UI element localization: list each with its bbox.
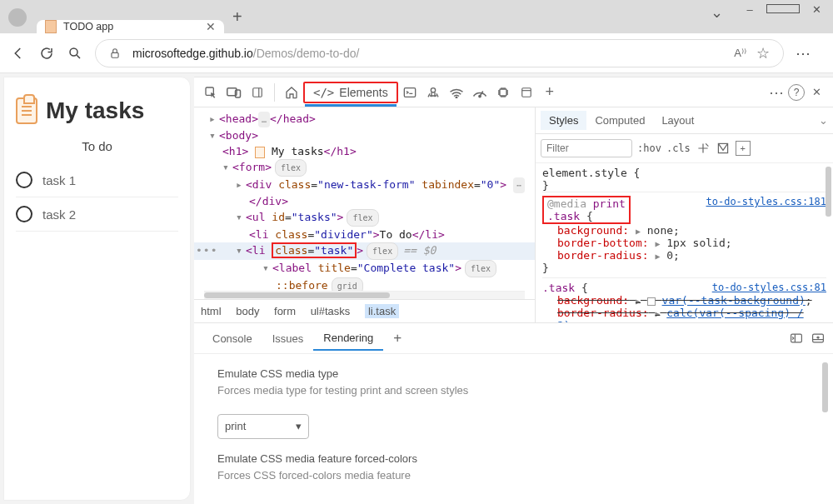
svg-rect-15 (791, 334, 802, 342)
window-controls: ⌄ – ✕ (700, 0, 833, 22)
svg-point-8 (431, 87, 435, 92)
rendering-option-desc: Forces CSS forced-colors media feature (217, 467, 810, 484)
browser-tab[interactable]: TODO app ✕ (37, 20, 224, 33)
common-rendering-icon[interactable] (716, 141, 731, 156)
task-item[interactable]: task 1 (16, 163, 178, 197)
styles-filter-row: :hov .cls + (536, 134, 833, 163)
clipboard-icon (16, 97, 37, 124)
styles-filter-input[interactable] (541, 139, 632, 157)
back-button[interactable] (10, 45, 27, 62)
rendering-option-desc: Forces media type for testing print and … (217, 382, 810, 399)
profile-icon[interactable] (8, 8, 27, 27)
minimize-button[interactable]: – (733, 3, 766, 22)
drawer-tabs: Console Issues Rendering + (194, 323, 833, 354)
tab-layout[interactable]: Layout (653, 111, 702, 130)
rendering-panel: Emulate CSS media type Forces media type… (194, 354, 833, 504)
inspect-icon[interactable] (199, 81, 222, 104)
styles-pane: Styles Computed Layout ⌄ :hov .cls + ele… (536, 107, 833, 322)
maximize-button[interactable] (766, 3, 800, 22)
drawer-tab-issues[interactable]: Issues (262, 327, 314, 350)
devtools-menu-button[interactable]: ⋯ (765, 81, 788, 104)
caret-down-icon[interactable]: ⌄ (700, 3, 733, 22)
breadcrumb-item[interactable]: ul#tasks (311, 305, 351, 317)
svg-rect-5 (253, 87, 262, 97)
content: My tasks To do task 1 task 2 (0, 73, 833, 504)
dom-breadcrumb: html body form ul#tasks li.task (194, 299, 535, 322)
sources-icon[interactable] (421, 81, 445, 104)
browser-menu-button[interactable]: ⋯ (796, 44, 811, 62)
section-title: To do (16, 139, 178, 153)
url-box[interactable]: microsoftedge.github.io/Demos/demo-to-do… (95, 39, 784, 67)
selected-dom-node[interactable]: ••• ▾<li class="task">flex== $0 (194, 242, 535, 260)
radio-icon[interactable] (16, 172, 32, 188)
network-icon[interactable] (445, 81, 468, 104)
url-text: microsoftedge.github.io/Demos/demo-to-do… (132, 47, 359, 60)
svg-rect-7 (404, 87, 415, 97)
drawer-add-tab[interactable]: + (383, 325, 412, 352)
breadcrumb-item-selected[interactable]: li.task (365, 304, 399, 318)
lock-icon (109, 47, 121, 60)
application-icon[interactable] (515, 81, 538, 104)
new-style-rule-icon[interactable] (696, 141, 711, 156)
help-icon[interactable]: ? (788, 84, 805, 101)
console-icon[interactable] (398, 81, 421, 104)
page-heading-text: My tasks (46, 97, 144, 124)
elements-tab-label: Elements (339, 86, 387, 99)
close-window-button[interactable]: ✕ (800, 3, 833, 22)
media-type-select[interactable]: print ▾ (217, 414, 309, 439)
page-heading: My tasks (16, 97, 178, 124)
drawer-tab-console[interactable]: Console (202, 327, 262, 350)
radio-icon[interactable] (16, 206, 32, 222)
task-label: task 1 (42, 173, 76, 187)
drawer-tab-rendering[interactable]: Rendering (313, 327, 383, 351)
vertical-scrollbar[interactable] (826, 167, 831, 319)
chevron-down-icon[interactable]: ⌄ (819, 114, 828, 127)
dom-pane: ▸<head>…</head> ▾<body> <h1> My tasks</h… (194, 107, 536, 322)
stylesheet-link[interactable]: to-do-styles.css:81 (712, 282, 826, 293)
memory-icon[interactable] (491, 81, 515, 104)
read-aloud-icon[interactable]: A⁾⁾ (734, 47, 746, 59)
tab-close-icon[interactable]: ✕ (206, 20, 216, 33)
tab-computed[interactable]: Computed (586, 111, 653, 130)
hov-toggle[interactable]: :hov (637, 142, 661, 154)
cls-toggle[interactable]: .cls (666, 142, 691, 154)
breadcrumb-item[interactable]: body (236, 305, 259, 317)
performance-icon[interactable] (468, 81, 491, 104)
more-tabs-button[interactable]: + (538, 81, 561, 104)
favorite-star-icon[interactable]: ☆ (756, 44, 770, 62)
svg-rect-1 (112, 52, 118, 57)
dock-icon[interactable] (246, 81, 269, 104)
code-icon: </> (313, 86, 334, 99)
search-icon[interactable] (67, 45, 83, 62)
address-bar: microsoftedge.github.io/Demos/demo-to-do… (0, 33, 833, 73)
devtools-close-button[interactable]: ✕ (805, 81, 828, 104)
svg-rect-12 (521, 87, 531, 97)
chevron-down-icon: ▾ (296, 418, 302, 435)
device-toggle-icon[interactable] (222, 81, 246, 104)
refresh-button[interactable] (38, 45, 55, 62)
task-item[interactable]: task 2 (16, 197, 178, 232)
stylesheet-link[interactable]: to-do-styles.css:181 (706, 196, 827, 207)
expand-drawer-icon[interactable] (790, 332, 803, 344)
horizontal-scrollbar[interactable] (204, 291, 525, 299)
svg-point-9 (456, 97, 457, 98)
computed-toggle-icon[interactable]: + (736, 141, 751, 156)
rendered-page: My tasks To do task 1 task 2 (3, 77, 191, 501)
breadcrumb-item[interactable]: html (201, 305, 222, 317)
tab-styles[interactable]: Styles (541, 111, 586, 130)
tab-favicon (45, 20, 57, 33)
dom-tree[interactable]: ▸<head>…</head> ▾<body> <h1> My tasks</h… (194, 107, 535, 291)
task-label: task 2 (42, 207, 76, 222)
gutter-actions-icon[interactable]: ••• (196, 242, 217, 258)
svg-rect-11 (500, 89, 506, 96)
elements-tab[interactable]: </> Elements (303, 82, 398, 103)
styles-body[interactable]: element.style { } @media print.task { to… (536, 163, 833, 322)
devtools-toolbar: </> Elements + ⋯ (194, 77, 833, 107)
dock-drawer-icon[interactable] (811, 332, 825, 344)
breadcrumb-item[interactable]: form (274, 305, 296, 317)
rendering-option-title: Emulate CSS media feature forced-colors (217, 451, 810, 467)
tab-title: TODO app (63, 21, 206, 32)
welcome-icon[interactable] (280, 81, 303, 104)
vertical-scrollbar[interactable] (822, 362, 828, 412)
new-tab-button[interactable]: + (232, 7, 242, 27)
